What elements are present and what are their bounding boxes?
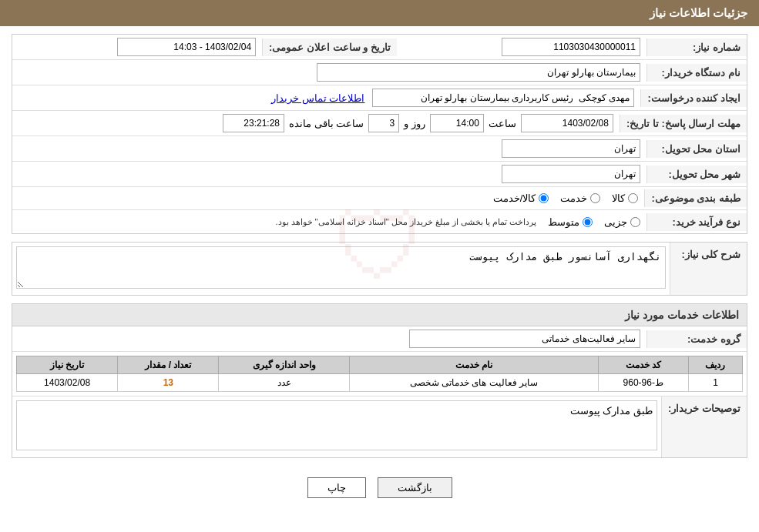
reply-time-input[interactable] xyxy=(430,114,484,132)
buyer-desc-title: توصیحات خریدار: xyxy=(661,396,747,457)
page-title: جزئیات اطلاعات نیاز xyxy=(650,6,747,19)
remaining-label: ساعت باقی مانده xyxy=(289,118,364,129)
cell-name: سایر فعالیت های خدماتی شخصی xyxy=(350,374,598,392)
cat-radio2-label: خدمت xyxy=(560,192,587,204)
group-label: گروه خدمت: xyxy=(646,330,747,348)
city-label: شهر محل تحویل: xyxy=(646,166,747,183)
purchase-type-radio-group: جزیی متوسط xyxy=(548,216,640,228)
cell-row-num: 1 xyxy=(688,374,742,392)
cell-qty: 13 xyxy=(118,374,219,392)
category-radio-kala[interactable] xyxy=(628,193,638,203)
announcement-input[interactable] xyxy=(117,38,256,56)
col-header-date: تاریخ نیاز xyxy=(17,356,118,374)
purchase-radio-motavasset[interactable] xyxy=(583,217,593,227)
city-input[interactable] xyxy=(502,165,640,183)
contact-link[interactable]: اطلاعات تماس خریدار xyxy=(271,92,364,104)
buyer-desc-box: طبق مدارک پیوست xyxy=(16,400,657,450)
purchase-type-label: نوع فرآیند خرید: xyxy=(646,213,747,231)
category-radio-both[interactable] xyxy=(539,193,549,203)
col-header-unit: واحد اندازه گیری xyxy=(219,356,350,374)
remaining-input[interactable] xyxy=(223,114,284,132)
services-section-title: اطلاعات خدمات مورد نیاز xyxy=(12,303,747,326)
buyer-org-label: نام دستگاه خریدار: xyxy=(646,64,747,82)
col-header-name: نام خدمت xyxy=(350,356,598,374)
reply-day-label: روز و xyxy=(404,118,425,129)
cat-radio3-label: کالا/خدمت xyxy=(493,192,536,204)
purchase-radio1-label: جزیی xyxy=(604,216,627,228)
page-header: جزئیات اطلاعات نیاز xyxy=(0,0,759,26)
col-header-qty: تعداد / مقدار xyxy=(118,356,219,374)
province-input[interactable] xyxy=(502,139,640,158)
description-textarea[interactable] xyxy=(16,246,666,289)
reply-time-label: ساعت xyxy=(489,118,516,129)
group-input[interactable] xyxy=(409,330,640,348)
back-button[interactable]: بازگشت xyxy=(378,477,452,498)
table-row: 1 ط-96-960 سایر فعالیت های خدماتی شخصی ع… xyxy=(17,374,743,392)
category-label: طبقه بندی موضوعی: xyxy=(644,189,747,207)
button-area: بازگشت چاپ xyxy=(12,466,747,510)
announcement-label: تاریخ و ساعت اعلان عمومی: xyxy=(262,38,397,56)
buyer-desc-value: طبق مدارک پیوست xyxy=(570,405,653,417)
need-number-input[interactable] xyxy=(502,38,640,56)
col-header-row: ردیف xyxy=(688,356,742,374)
cell-unit: عدد xyxy=(219,374,350,392)
col-header-code: کد خدمت xyxy=(598,356,688,374)
description-title: شرح کلی نیاز: xyxy=(670,243,747,295)
purchase-note: پرداخت تمام یا بخشی از مبلغ خریداز محل "… xyxy=(275,217,536,227)
purchase-radio2-label: متوسط xyxy=(548,216,579,228)
category-radio-group: کالا خدمت کالا/خدمت xyxy=(18,192,638,204)
cell-code: ط-96-960 xyxy=(598,374,688,392)
cat-radio1-label: کالا xyxy=(612,192,625,204)
service-table: ردیف کد خدمت نام خدمت واحد اندازه گیری ت… xyxy=(16,356,743,392)
reply-day-input[interactable] xyxy=(368,114,399,132)
need-number-label: شماره نیاز: xyxy=(646,38,747,56)
purchase-radio-jozyi[interactable] xyxy=(630,217,640,227)
creator-input[interactable] xyxy=(372,89,634,107)
province-label: استان محل تحویل: xyxy=(646,140,747,158)
reply-deadline-label: مهلت ارسال پاسخ: تا تاریخ: xyxy=(620,115,747,132)
category-radio-khedmat[interactable] xyxy=(590,193,600,203)
creator-label: ایجاد کننده درخواست: xyxy=(640,89,747,107)
cell-date: 1403/02/08 xyxy=(17,374,118,392)
print-button[interactable]: چاپ xyxy=(307,477,366,498)
buyer-org-input[interactable] xyxy=(317,63,640,82)
reply-date-input[interactable] xyxy=(521,114,613,132)
